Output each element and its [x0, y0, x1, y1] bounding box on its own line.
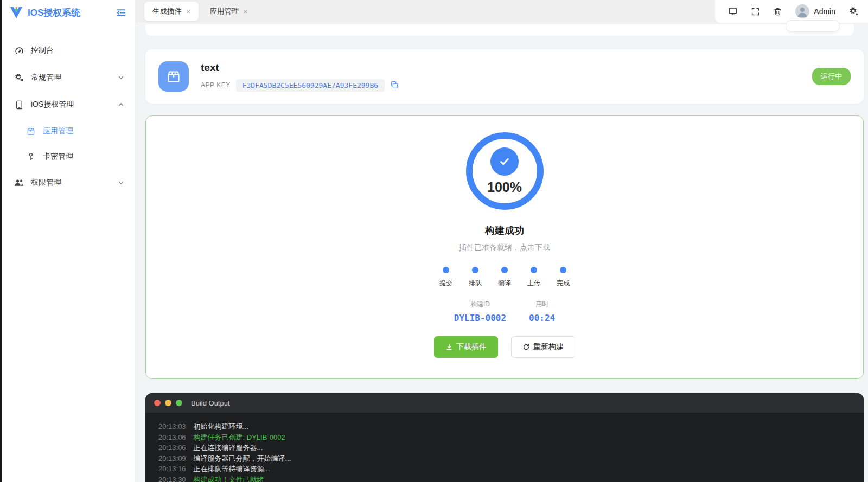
- log-line: 20:13:06正在连接编译服务器...: [158, 442, 851, 453]
- progress-percent: 100%: [487, 179, 522, 195]
- tab-label: 应用管理: [210, 7, 239, 16]
- sidebar-menu-item[interactable]: iOS授权管理: [2, 91, 135, 118]
- sidebar-menu-item[interactable]: 卡密管理: [2, 144, 135, 169]
- build-step: 编译: [497, 267, 512, 288]
- avatar: [795, 4, 809, 18]
- duration-label: 用时: [535, 300, 548, 309]
- sidebar-collapse-icon[interactable]: [116, 8, 126, 18]
- build-step: 提交: [438, 267, 454, 288]
- app-name: text: [201, 62, 812, 74]
- step-dot: [443, 267, 449, 273]
- sidebar-menu-item[interactable]: 应用管理: [2, 118, 135, 144]
- phone-icon: [14, 99, 24, 110]
- terminal-title: Build Output: [191, 399, 230, 407]
- progress-ring: 100%: [466, 132, 544, 210]
- top-actions: Admin: [715, 0, 868, 23]
- menu-item-label: 控制台: [31, 46, 124, 55]
- traffic-light-red-icon: [154, 400, 161, 406]
- download-icon: [445, 343, 453, 351]
- page-content: text APP KEY F3DFA5DB2C5EE560929AE7A93FE…: [136, 23, 868, 482]
- log-timestamp: 20:13:06: [158, 444, 186, 452]
- bag-icon: [25, 126, 36, 137]
- build-id-col: 构建ID DYLIB-0002: [454, 300, 506, 323]
- app-key-row: APP KEY F3DFA5DB2C5EE560929AE7A93FE299B6: [201, 79, 812, 92]
- sidebar: IOS授权系统 控制台 常规管理: [2, 0, 136, 482]
- log-message: 正在排队等待编译资源...: [194, 465, 270, 473]
- sidebar-menu: 控制台 常规管理 iOS授权管理: [2, 37, 135, 196]
- log-timestamp: 20:13:03: [158, 422, 186, 430]
- step-label: 提交: [439, 279, 452, 288]
- trash-icon[interactable]: [773, 7, 782, 16]
- build-actions: 下载插件 重新构建: [434, 336, 575, 358]
- download-plugin-button[interactable]: 下载插件: [434, 336, 498, 358]
- tab-bar: 生成插件 × 应用管理 ×: [136, 2, 256, 21]
- top-bar: 生成插件 × 应用管理 ×: [136, 0, 868, 23]
- traffic-light-yellow-icon: [165, 400, 171, 406]
- menu-item-label: 应用管理: [43, 126, 124, 136]
- step-dot: [501, 267, 508, 273]
- log-timestamp: 20:13:06: [158, 433, 186, 441]
- log-line: 20:13:30构建成功！文件已就绪: [158, 474, 851, 482]
- tab[interactable]: 生成插件 ×: [144, 2, 199, 21]
- step-label: 编译: [498, 279, 511, 288]
- sidebar-logo-row: IOS授权系统: [2, 0, 135, 25]
- log-message: 初始化构建环境...: [194, 422, 249, 430]
- log-timestamp: 20:13:30: [158, 475, 186, 482]
- main-area: 生成插件 × 应用管理 ×: [136, 0, 868, 482]
- duration-value: 00:24: [529, 313, 555, 323]
- app-title: IOS授权系统: [28, 7, 116, 19]
- step-label: 上传: [527, 279, 540, 288]
- terminal-header: Build Output: [145, 393, 864, 413]
- chevron-down-icon: [118, 74, 124, 81]
- tab[interactable]: 应用管理 ×: [202, 2, 256, 21]
- build-meta: 构建ID DYLIB-0002 用时 00:24: [454, 300, 556, 323]
- menu-item-label: iOS授权管理: [31, 100, 118, 110]
- fullscreen-icon[interactable]: [751, 7, 760, 16]
- log-message: 编译服务器已分配，开始编译...: [194, 454, 291, 462]
- build-step: 上传: [526, 267, 541, 288]
- log-line: 20:13:16正在排队等待编译资源...: [158, 464, 851, 474]
- user-name: Admin: [814, 7, 835, 16]
- tab-close-icon[interactable]: ×: [244, 8, 248, 15]
- build-steps: 提交 排队 编译: [438, 267, 571, 288]
- tab-close-icon[interactable]: ×: [186, 8, 190, 15]
- success-check-icon: [490, 147, 519, 176]
- scrolled-card-remnant: [145, 24, 854, 36]
- gears-icon: [14, 72, 24, 83]
- sidebar-menu-item[interactable]: 常规管理: [2, 64, 135, 91]
- chevron-down-icon: [118, 101, 124, 108]
- sidebar-menu-item[interactable]: 控制台: [2, 37, 135, 64]
- menu-item-label: 权限管理: [31, 178, 118, 188]
- sidebar-menu-item[interactable]: 权限管理: [2, 169, 135, 196]
- app-package-icon: [158, 61, 189, 92]
- build-step: 完成: [556, 267, 571, 288]
- build-id-label: 构建ID: [470, 300, 490, 309]
- build-output-terminal: Build Output 20:13:03初始化构建环境... 20:13:06…: [145, 393, 864, 482]
- build-result-panel: 100% 构建成功 插件已准备就绪，点击下载 提交 排队: [145, 115, 864, 379]
- log-timestamp: 20:13:16: [158, 465, 186, 473]
- copy-icon[interactable]: [390, 81, 399, 89]
- user-menu[interactable]: Admin: [795, 4, 835, 18]
- rebuild-button[interactable]: 重新构建: [511, 336, 575, 358]
- log-line: 20:13:03初始化构建环境...: [158, 421, 851, 432]
- refresh-icon: [522, 343, 530, 351]
- settings-gears-icon[interactable]: [848, 6, 859, 17]
- app-key-label: APP KEY: [201, 81, 231, 89]
- step-dot: [560, 267, 566, 273]
- key-icon: [25, 151, 36, 162]
- log-timestamp: 20:13:09: [158, 454, 186, 462]
- monitor-icon[interactable]: [728, 7, 738, 16]
- user-dropdown-panel: [786, 20, 840, 32]
- build-step: 排队: [468, 267, 483, 288]
- chevron-down-icon: [118, 179, 124, 186]
- menu-item-label: 卡密管理: [43, 152, 124, 162]
- step-label: 排队: [469, 279, 482, 288]
- step-dot: [472, 267, 478, 273]
- duration-col: 用时 00:24: [529, 300, 555, 323]
- dashboard-icon: [14, 45, 24, 56]
- log-line: 20:13:06构建任务已创建: DYLIB-0002: [158, 432, 851, 443]
- app-logo-icon: [9, 5, 23, 20]
- status-badge: 运行中: [812, 68, 851, 85]
- menu-item-label: 常规管理: [31, 73, 118, 82]
- app-info: text APP KEY F3DFA5DB2C5EE560929AE7A93FE…: [201, 62, 812, 92]
